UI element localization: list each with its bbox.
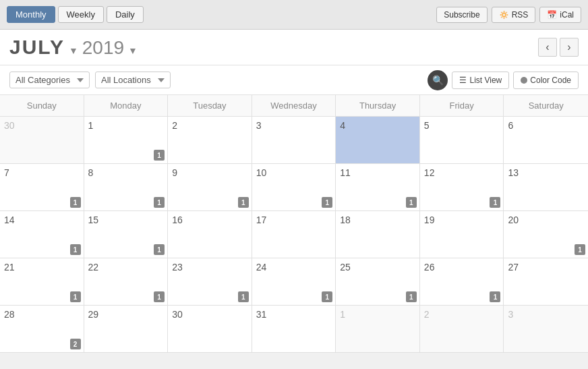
search-button[interactable]: 🔍 [428,70,448,90]
calendar-cell[interactable]: 18 [336,211,420,258]
cell-date: 7 [4,167,9,178]
day-headers: Sunday Monday Tuesday Wednesday Thursday… [0,94,588,117]
cell-date: 11 [340,167,351,178]
cell-date: 6 [508,120,513,131]
rss-button[interactable]: 🔅 RSS [492,7,536,23]
calendar-cell[interactable]: 282 [0,306,84,353]
filters-left: All Categories All Locations [9,72,171,88]
cell-date: 13 [508,167,519,178]
calendar-cell[interactable]: 251 [336,258,420,306]
calendar-cell[interactable]: 121 [420,164,504,211]
cell-date: 20 [508,215,519,225]
prev-month-button[interactable]: ‹ [538,38,557,57]
search-icon: 🔍 [432,75,444,86]
calendar-cell[interactable]: 27 [504,258,588,306]
calendar-cell[interactable]: 13 [504,164,588,211]
event-badge: 1 [490,197,500,208]
cell-date: 1 [340,309,345,320]
calendar-cell[interactable]: 91 [168,164,252,211]
calendar-cell[interactable]: 1 [336,306,420,353]
cell-date: 3 [508,309,513,320]
event-badge: 1 [406,197,417,208]
calendar-cell[interactable]: 241 [252,258,336,306]
calendar-month: JULY [9,36,65,59]
event-badge: 1 [70,244,81,255]
calendar-cell[interactable]: 29 [84,306,169,353]
cell-date: 19 [424,215,435,225]
calendar-cell[interactable]: 201 [504,211,588,258]
color-dot-icon [521,77,527,84]
subscribe-button[interactable]: Subscribe [436,7,487,23]
ical-button[interactable]: 📅 iCal [539,7,581,23]
calendar-body: 3011234567181911011111211314115116171819… [0,117,588,353]
calendar-cell[interactable]: 6 [504,117,588,164]
day-header-friday: Friday [420,95,504,117]
calendar-cell[interactable]: 19 [420,211,504,258]
top-actions: Subscribe 🔅 RSS 📅 iCal [436,7,581,23]
cell-date: 8 [88,167,94,178]
calendar-cell[interactable]: 11 [84,117,169,164]
cell-date: 29 [88,309,99,320]
cell-date: 10 [256,167,267,178]
calendar-cell[interactable]: 261 [420,258,504,306]
event-badge: 1 [575,244,585,255]
categories-select[interactable]: All Categories [9,72,90,88]
day-header-thursday: Thursday [336,95,420,117]
event-badge: 1 [154,291,165,302]
filters-right: 🔍 ☰ List View Color Code [428,70,579,90]
tab-weekly[interactable]: Weekly [58,6,104,23]
calendar-cell[interactable]: 71 [0,164,84,211]
event-badge: 1 [154,150,165,161]
tab-monthly[interactable]: Monthly [7,6,55,23]
cell-date: 28 [4,309,15,320]
event-badge: 1 [406,291,417,302]
cell-date: 26 [424,262,435,273]
calendar-cell[interactable]: 151 [84,211,169,258]
day-header-saturday: Saturday [504,95,588,117]
event-badge: 1 [70,291,81,302]
calendar-cell[interactable]: 81 [84,164,169,211]
calendar-cell[interactable]: 5 [420,117,504,164]
cell-date: 17 [256,215,267,225]
locations-select[interactable]: All Locations [95,72,171,88]
cell-date: 2 [172,120,177,131]
calendar-cell[interactable]: 3 [504,306,588,353]
calendar-cell[interactable]: 31 [252,306,336,353]
list-icon: ☰ [459,76,467,85]
list-view-button[interactable]: ☰ List View [452,72,509,89]
calendar-header: JULY ▼ 2019 ▼ ‹ › [0,30,588,65]
color-code-button[interactable]: Color Code [513,72,579,89]
calendar-cell[interactable]: 30 [168,306,252,353]
calendar-cell[interactable]: 2 [420,306,504,353]
calendar-cell[interactable]: 221 [84,258,169,306]
calendar-cell[interactable]: 111 [336,164,420,211]
calendar-cell[interactable]: 2 [168,117,252,164]
calendar-cell[interactable]: 101 [252,164,336,211]
calendar-cell[interactable]: 3 [252,117,336,164]
day-header-tuesday: Tuesday [168,95,252,117]
calendar-cell[interactable]: 141 [0,211,84,258]
cell-date: 12 [424,167,435,178]
day-header-monday: Monday [84,95,169,117]
calendar-cell[interactable]: 17 [252,211,336,258]
calendar-cell[interactable]: 231 [168,258,252,306]
event-badge: 1 [322,291,332,302]
cell-date: 27 [508,262,519,273]
month-dropdown-arrow[interactable]: ▼ [69,45,78,56]
calendar-title: JULY ▼ 2019 ▼ [9,36,138,59]
tab-daily[interactable]: Daily [107,6,144,23]
cell-date: 1 [88,120,94,131]
cell-date: 14 [4,215,15,225]
cell-date: 21 [4,262,15,273]
next-month-button[interactable]: › [560,38,579,57]
calendar-grid: Sunday Monday Tuesday Wednesday Thursday… [0,94,588,353]
year-dropdown-arrow[interactable]: ▼ [128,45,138,56]
cell-date: 22 [88,262,99,273]
calendar-cell[interactable]: 16 [168,211,252,258]
calendar-cell[interactable]: 211 [0,258,84,306]
cell-date: 18 [340,215,351,225]
cell-date: 24 [256,262,267,273]
calendar-cell[interactable]: 30 [0,117,84,164]
cell-date: 31 [256,309,267,320]
calendar-cell[interactable]: 4 [336,117,420,164]
